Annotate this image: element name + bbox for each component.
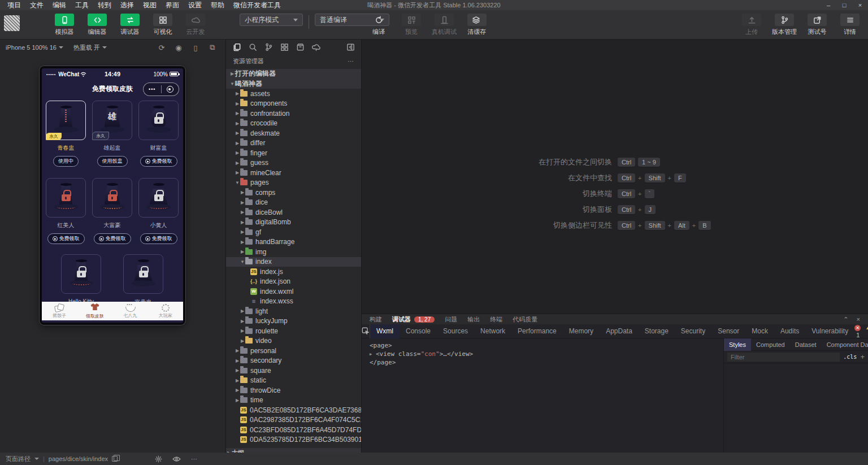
- search-icon[interactable]: [245, 41, 260, 54]
- filter-input[interactable]: [727, 353, 840, 362]
- close-button[interactable]: ×: [852, 0, 868, 10]
- devtools-tab-Wxml[interactable]: Wxml: [370, 324, 400, 338]
- mode-select[interactable]: 小程序模式: [240, 14, 303, 26]
- menu-项目[interactable]: 项目: [3, 0, 25, 11]
- skin-card-红美人[interactable]: [46, 178, 86, 218]
- tab-七八九[interactable]: 七八九: [112, 302, 148, 320]
- menu-选择[interactable]: 选择: [116, 0, 138, 11]
- devtools-tab-Sensor[interactable]: Sensor: [711, 324, 745, 338]
- close-panel-button[interactable]: ×: [857, 316, 860, 323]
- skin-button-免费领取[interactable]: 免费领取: [140, 233, 177, 244]
- tree-item-diceBowl[interactable]: ▶diceBowl: [226, 207, 361, 218]
- panel-tab-输出[interactable]: 输出: [467, 315, 480, 324]
- exit-icon[interactable]: [162, 86, 179, 93]
- gear-icon[interactable]: [155, 455, 162, 463]
- record-icon[interactable]: ◉: [171, 44, 186, 52]
- toolbar-button-清缓存[interactable]: 清缓存: [465, 14, 489, 36]
- minimize-button[interactable]: –: [821, 0, 836, 10]
- skin-card-Hello Kitty[interactable]: [61, 254, 101, 294]
- devtools-tab-Memory[interactable]: Memory: [563, 324, 600, 338]
- tree-item-index[interactable]: ▼index: [226, 257, 361, 267]
- skin-button-免费领取[interactable]: 免费领取: [47, 233, 85, 244]
- collapse-sidebar-icon[interactable]: [343, 41, 358, 54]
- panel-tab-调试器[interactable]: 调试器1, 27: [392, 315, 435, 324]
- menu-视图[interactable]: 视图: [139, 0, 160, 11]
- phone-icon[interactable]: ▯: [188, 44, 203, 52]
- toolbar-button-调试器[interactable]: 调试器: [118, 14, 142, 36]
- source-control-icon[interactable]: [261, 41, 276, 54]
- more-icon[interactable]: •••: [144, 86, 161, 92]
- menu-界面[interactable]: 界面: [162, 0, 183, 11]
- devtools-tab-Audits[interactable]: Audits: [774, 324, 805, 338]
- tree-item-0DA5235785D172BF6BC34B5039017533.is[interactable]: JS0DA5235785D172BF6BC34B5039017533.is: [226, 435, 361, 445]
- devtools-tab-Network[interactable]: Network: [474, 324, 511, 338]
- multiwindow-icon[interactable]: ⧉: [205, 43, 220, 52]
- toolbar-button-编译[interactable]: 编译: [366, 14, 391, 36]
- skin-button-免费领取[interactable]: 免费领取: [140, 156, 177, 167]
- toolbar-button-详情[interactable]: 详情: [837, 14, 862, 36]
- panel-tab-构建[interactable]: 构建: [370, 315, 382, 324]
- tree-item-personal[interactable]: ▶personal: [226, 346, 361, 356]
- tree-item-index.js[interactable]: JSindex.js: [226, 267, 361, 277]
- devtools-tab-Security[interactable]: Security: [675, 324, 711, 338]
- tree-item-square[interactable]: ▶square: [226, 366, 361, 376]
- tab-摇骰子[interactable]: 摇骰子: [42, 302, 77, 320]
- tree-item-guess[interactable]: ▶guess: [226, 158, 361, 168]
- hot-reload-toggle[interactable]: 热重载 开: [73, 44, 107, 52]
- tree-item-0AC2987385D172BF6CA4F074C5C17533...[interactable]: JS0AC2987385D172BF6CA4F074C5C17533...: [226, 415, 361, 425]
- capsule-menu[interactable]: •••: [143, 82, 179, 96]
- styles-tab-Dataset[interactable]: Dataset: [790, 338, 822, 351]
- more-icon[interactable]: ⋯: [191, 455, 198, 463]
- package-icon[interactable]: [293, 41, 307, 54]
- tree-item-assets[interactable]: ▶assets: [226, 89, 361, 99]
- tree-item-confrontation[interactable]: ▶confrontation: [226, 108, 361, 119]
- tree-item-index.wxss[interactable]: ≡index.wxss: [226, 297, 361, 307]
- menu-编辑[interactable]: 编辑: [49, 0, 70, 11]
- skin-card-财富盅[interactable]: [138, 101, 179, 140]
- tree-item-secondary[interactable]: ▶secondary: [226, 356, 361, 366]
- cloud-tools-icon[interactable]: [309, 41, 323, 54]
- tree-item-digitalBomb[interactable]: ▶digitalBomb: [226, 218, 361, 228]
- toolbar-button-编辑器[interactable]: 编辑器: [85, 14, 110, 36]
- tree-item-static[interactable]: ▶static: [226, 376, 361, 386]
- tree-item-0AC5B2E085D172BF6CA3DAE73681753...[interactable]: JS0AC5B2E085D172BF6CA3DAE73681753...: [226, 405, 361, 415]
- app-logo[interactable]: [4, 15, 20, 31]
- rotate-icon[interactable]: ⟳: [154, 44, 169, 52]
- tree-item-0C23BFD085D172BF6A45D7D74FD1753...[interactable]: JS0C23BFD085D172BF6A45D7D74FD1753...: [226, 425, 361, 435]
- skin-card-青春盅[interactable]: 永久: [46, 101, 86, 140]
- menu-转到[interactable]: 转到: [94, 0, 115, 11]
- toolbar-button-可视化[interactable]: 可视化: [150, 14, 175, 36]
- tree-item-luckyJump[interactable]: ▶luckyJump: [226, 316, 361, 327]
- tree-item-handBarrage[interactable]: ▶handBarrage: [226, 237, 361, 247]
- tree-item-mineClear[interactable]: ▶mineClear: [226, 168, 361, 178]
- tree-item-打开的编辑器[interactable]: ▶打开的编辑器: [226, 69, 361, 79]
- tree-item-index.wxml[interactable]: Windex.wxml: [226, 286, 361, 297]
- panel-tab-终端[interactable]: 终端: [490, 315, 502, 324]
- files-icon[interactable]: [229, 41, 244, 54]
- tree-item-video[interactable]: ▶video: [226, 336, 361, 346]
- copy-path-icon[interactable]: [112, 456, 118, 462]
- styles-tab-Component-Data[interactable]: Component Data: [822, 338, 868, 351]
- skin-button-使用骰盅[interactable]: 使用骰盅: [97, 156, 128, 167]
- add-style-button[interactable]: +: [860, 353, 865, 361]
- collapse-panel-button[interactable]: ⌃: [843, 316, 848, 323]
- tree-item-roulette[interactable]: ▶roulette: [226, 326, 361, 336]
- tree-item-deskmate[interactable]: ▶deskmate: [226, 128, 361, 138]
- skin-card-小黄人[interactable]: [138, 178, 179, 218]
- device-select[interactable]: iPhone 5 100% 16: [6, 44, 63, 51]
- tree-item-img[interactable]: ▶img: [226, 247, 361, 257]
- menu-文件[interactable]: 文件: [26, 0, 47, 11]
- toolbar-button-模拟器[interactable]: 模拟器: [52, 14, 77, 36]
- styles-tab-Styles[interactable]: Styles: [724, 338, 751, 351]
- panel-tab-问题[interactable]: 问题: [445, 315, 457, 324]
- tree-item-gf[interactable]: ▶gf: [226, 227, 361, 237]
- expand-arrow-icon[interactable]: ▶: [370, 350, 372, 359]
- tree-item-finger[interactable]: ▶finger: [226, 148, 361, 158]
- maximize-button[interactable]: □: [836, 0, 852, 10]
- skin-card-雄起盅[interactable]: 雄永久: [92, 101, 132, 140]
- devtools-tab-Vulnerability[interactable]: Vulnerability: [805, 324, 854, 338]
- devtools-tab-AppData[interactable]: AppData: [600, 324, 639, 338]
- devtools-tab-Console[interactable]: Console: [400, 324, 437, 338]
- toolbar-button-测试号[interactable]: 测试号: [805, 14, 830, 36]
- panel-tab-代码质量[interactable]: 代码质量: [513, 315, 537, 324]
